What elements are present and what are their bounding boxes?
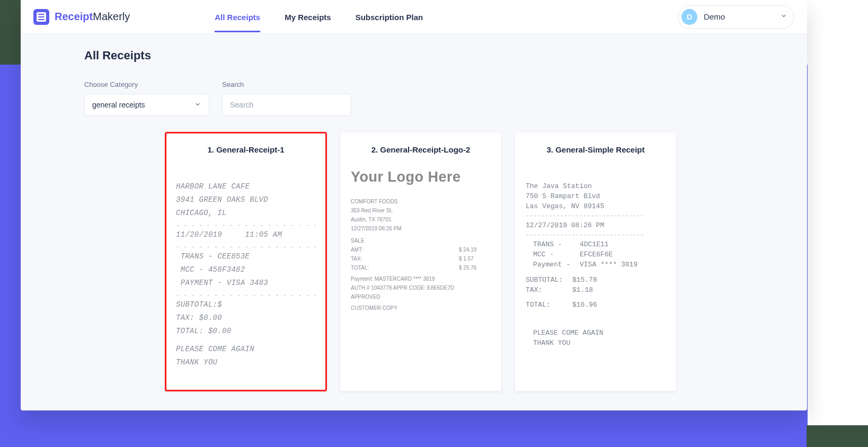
nav-my-receipts[interactable]: My Receipts [285,1,331,32]
user-name: Demo [704,12,774,21]
search-label: Search [222,81,351,88]
receipt-template-grid: 1. General-Receipt-1 HARBOR LANE CAFE 39… [84,132,743,391]
category-select[interactable]: general receipts [84,94,209,116]
card-title: 3. General-Simple Receipt [526,145,666,154]
avatar: D [681,9,697,25]
category-value: general receipts [92,101,145,109]
nav-all-receipts[interactable]: All Receipts [215,1,260,32]
brand-icon [33,9,49,25]
template-card-general-receipt-1[interactable]: 1. General-Receipt-1 HARBOR LANE CAFE 39… [165,132,327,391]
page-title: All Receipts [84,49,743,62]
receipt-preview: The Java Station 750 S Rampart Blvd Las … [526,169,666,348]
brand-text: ReceiptMakerly [55,11,130,23]
chevron-down-icon [194,101,201,110]
template-card-general-simple-receipt[interactable]: 3. General-Simple Receipt The Java Stati… [515,132,677,391]
brand[interactable]: ReceiptMakerly [33,9,130,25]
chevron-down-icon [780,12,787,22]
user-menu[interactable]: D Demo [678,5,794,29]
nav-subscription-plan[interactable]: Subscription Plan [356,1,423,32]
category-label: Choose Category [84,81,209,88]
filters: Choose Category general receipts Search [84,81,743,116]
main-nav: All Receipts My Receipts Subscription Pl… [215,1,423,32]
search-input[interactable] [222,94,351,116]
card-title: 2. General-Receipt-Logo-2 [351,145,491,154]
topbar: ReceiptMakerly All Receipts My Receipts … [21,0,807,34]
receipt-preview: Your Logo Here COMFORT FOODS 303 Red Riv… [351,169,491,312]
app-window: ReceiptMakerly All Receipts My Receipts … [21,0,807,410]
receipt-preview: HARBOR LANE CAFE 3941 GREEN OAKS BLVD CH… [176,169,316,368]
card-title: 1. General-Receipt-1 [176,145,316,154]
template-card-general-receipt-logo-2[interactable]: 2. General-Receipt-Logo-2 Your Logo Here… [340,132,502,391]
logo-placeholder: Your Logo Here [351,169,491,185]
